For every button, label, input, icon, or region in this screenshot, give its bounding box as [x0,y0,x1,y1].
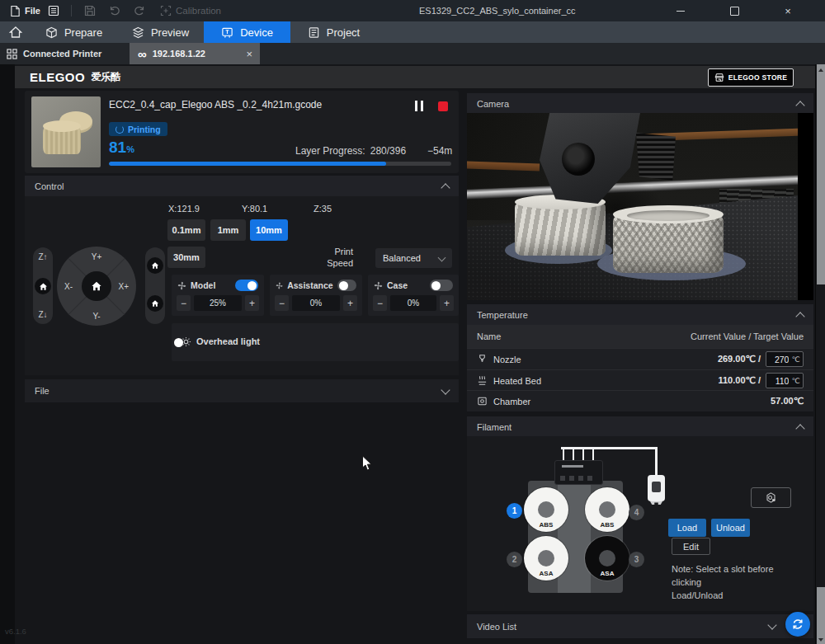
right-scrollbar[interactable] [815,64,825,644]
brand-logo: ELEGOO 爱乐酷 [30,66,120,88]
scroll-up-arrow[interactable] [817,64,825,75]
slot-badge-1[interactable]: 1 [507,503,522,519]
z-down-button[interactable]: Z↓ [33,310,53,319]
home-nozzle-button[interactable] [147,295,163,312]
toolbar-divider [71,5,72,16]
fan-case-value[interactable]: 0% [390,295,436,311]
print-speed-label: Print Speed [315,246,353,269]
scroll-down-arrow[interactable] [817,634,825,644]
filament-slot-2-spool[interactable]: ASA [524,536,568,581]
coord-x: X:121.9 [168,204,200,214]
grid-icon [7,49,17,59]
y-plus-button[interactable]: Y+ [57,252,136,261]
xy-jog-wheel: Y+ X- X+ Y- [57,247,136,326]
filament-section-header[interactable]: Filament [467,416,813,437]
step-30mm-button[interactable]: 30mm [167,247,205,268]
tab-project-label: Project [327,26,360,39]
close-button[interactable]: × [776,0,800,21]
x-plus-button[interactable]: X+ [118,282,129,291]
xy-home-button[interactable] [82,271,111,301]
step-10mm-button[interactable]: 10mm [250,219,288,241]
printer-tab-close-icon[interactable]: × [246,48,252,60]
filament-slot-1-spool[interactable]: ABS [524,487,568,532]
print-head-vent [636,133,676,181]
chevron-up-icon [795,312,804,321]
x-minus-button[interactable]: X- [64,282,73,291]
save-icon [84,5,96,16]
fan-model-minus-button[interactable]: − [177,295,191,311]
tab-prepare[interactable]: Prepare [31,21,117,43]
temperature-section-header[interactable]: Temperature [467,304,813,325]
slot-badge-2[interactable]: 2 [507,552,522,567]
file-menu-label: File [25,6,40,16]
file-menu[interactable]: File [7,0,44,21]
store-button-label: ELEGOO STORE [728,73,787,82]
calibration-button[interactable]: Calibration [157,0,224,21]
fan-case-minus-button[interactable]: − [373,295,387,311]
slot-badge-3[interactable]: 3 [629,552,644,567]
scrollbar-thumb-lower[interactable] [817,587,825,634]
step-1mm-button[interactable]: 1mm [210,219,246,241]
step-0.1mm-button[interactable]: 0.1mm [167,219,205,241]
filament-settings-button[interactable] [751,487,791,508]
refresh-button[interactable] [785,612,810,637]
connected-printer-button[interactable]: Connected Printer [7,43,101,64]
fan-assistance-minus-button[interactable]: − [275,295,289,311]
fan-case-plus-button[interactable]: + [440,295,454,311]
fan-icon [374,281,383,290]
home-all-button[interactable] [147,257,163,274]
minimize-button[interactable] [668,0,693,21]
coord-y: Y:80.1 [242,204,267,214]
tab-preview[interactable]: Preview [117,21,204,43]
filament-slot-3-spool[interactable]: ASA [585,536,629,581]
file-section-header[interactable]: File [25,379,459,402]
tab-project[interactable]: Project [290,21,377,43]
print-speed-value: Balanced [383,253,421,263]
tab-device[interactable]: Device [204,21,290,43]
progress-percent: 81% [109,139,134,157]
fan-model-box: Model − 25% + [172,275,264,316]
slot-badge-4[interactable]: 4 [629,505,644,520]
filament-section-body: ABS ABS ASA ASA 1 4 2 3 Load Unload Edit… [467,436,813,611]
fan-assistance-value[interactable]: 0% [292,295,340,311]
control-section-header[interactable]: Control [25,176,459,196]
tab-prepare-label: Prepare [64,26,102,39]
nav-home-button[interactable] [0,21,31,43]
save-button[interactable] [81,0,99,21]
fan-model-value[interactable]: 25% [194,295,242,311]
redo-button[interactable] [130,0,148,21]
pause-button[interactable] [412,101,426,112]
undo-button[interactable] [106,0,124,21]
print-speed-dropdown[interactable]: Balanced [375,248,452,268]
elegoo-store-button[interactable]: ELEGOO STORE [708,68,794,87]
scrollbar-thumb[interactable] [817,75,825,284]
z-up-button[interactable]: Z↑ [33,252,53,261]
filament-slot-4-spool[interactable]: ABS [585,487,629,532]
fan-assistance-plus-button[interactable]: + [343,295,357,311]
unload-button[interactable]: Unload [711,519,750,537]
app-window: File Calibration ES1329_CC2_ABS_sylo_con… [0,0,825,644]
fan-case-toggle[interactable] [430,280,453,291]
fan-model-toggle[interactable] [235,280,258,291]
bed-target-input[interactable]: ℃ [766,373,804,388]
chevron-up-icon [441,183,450,192]
nozzle-target-input[interactable]: ℃ [766,351,804,367]
new-file-icon [10,5,21,17]
fan-model-plus-button[interactable]: + [245,295,259,311]
notes-button[interactable] [45,0,63,21]
edit-button[interactable]: Edit [672,538,710,555]
main-nav: Prepare Preview Device Project [0,21,825,43]
device-page: v6.1.6 ELEGOO 爱乐酷 ELEGOO STORE ECC2_0.4_… [0,64,825,644]
fan-model-label: Model [191,280,215,290]
video-list-section-header[interactable]: Video List [467,614,813,638]
load-button[interactable]: Load [668,519,706,537]
camera-section-header[interactable]: Camera [467,93,813,114]
stop-button[interactable] [438,101,448,111]
printer-tab-active[interactable]: ∞ 192.168.1.22 × [130,43,260,64]
z-home-button[interactable] [35,278,51,294]
maximize-button[interactable] [722,0,747,21]
y-minus-button[interactable]: Y- [57,312,136,321]
fan-assistance-toggle[interactable] [337,280,356,291]
printing-spinner-icon [116,125,124,134]
file-title: File [35,386,50,396]
